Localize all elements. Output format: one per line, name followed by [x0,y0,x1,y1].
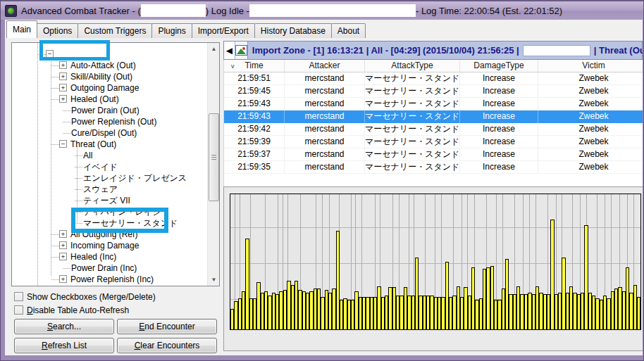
tree-item-all[interactable]: All [12,150,207,161]
tree-item-power-replenish-inc-[interactable]: +Power Replenish (Inc) [12,274,207,285]
show-checkboxes-option[interactable]: Show Checkboxes (Merge/Delete) [14,291,156,302]
table-row[interactable]: 21:59:45mercstandマーセナリー・スタンドIncreaseZweb… [224,85,643,98]
tree-item--vii[interactable]: ティーズ VII [12,195,207,206]
table-cell: mercstand [285,136,365,148]
table-cell: Zwebek [538,85,643,98]
tree-item-cure-dispel-out-[interactable]: Cure/Dispel (Out) [12,127,207,139]
tab-history-database[interactable]: History Database [254,23,332,38]
refresh-list-button[interactable]: Refresh List [14,338,114,353]
tab-plugins[interactable]: Plugins [151,23,192,38]
column-header-victim[interactable]: Victim [538,60,643,72]
table-row[interactable]: 21:59:39mercstandマーセナリー・スタンドIncreaseZweb… [224,136,643,148]
expand-icon[interactable]: + [59,95,67,103]
tree-item-power-replenish-out-[interactable]: Power Replenish (Out) [12,116,207,127]
encounter-title[interactable]: Import Zone - [1] 16:13:21 | All - [04:2… [252,45,643,56]
table-cell: Increase [460,136,538,148]
disable-auto-refresh-option[interactable]: Disable Table Auto-Refresh [14,305,129,315]
table-cell: mercstand [285,98,365,110]
table-cell: マーセナリー・スタンド [365,72,460,85]
tree-item-power-drain-inc-[interactable]: Power Drain (Inc) [12,262,207,274]
scroll-down-icon[interactable]: ▼ [208,274,220,286]
combat-log-table: TimevAttackerAttackTypeDamageTypeVictim … [223,60,643,186]
bar-chart-plot[interactable] [230,194,641,330]
tab-about[interactable]: About [331,23,366,38]
graph-view-button[interactable] [235,42,248,59]
tree-item-label: ティーズ VII [83,196,130,206]
table-cell: マーセナリー・スタンド [365,161,460,174]
column-header-attacktype[interactable]: AttackType [365,60,460,72]
tree-item-label: Healed (Out) [70,94,119,105]
table-cell: マーセナリー・スタンド [365,110,460,123]
table-row[interactable]: 21:59:51mercstandマーセナリー・スタンドIncreaseZweb… [224,72,643,85]
expand-icon[interactable]: + [59,275,67,283]
tree-item-threat-out-[interactable]: −Threat (Out) [12,139,207,150]
tree-item-label: Threat (Out) [70,139,116,150]
tree-item-outgoing-damage[interactable]: +Outgoing Damage [12,82,207,94]
back-button[interactable]: ◄ [224,42,235,59]
tree-item--[interactable]: イベイド [12,161,207,172]
tree-item-label: Auto-Attack (Out) [70,61,136,71]
expand-icon[interactable]: + [59,230,67,238]
tree-connector [51,88,59,89]
clear-encounters-button[interactable]: Clear Encounters [117,338,217,353]
titlebar[interactable]: Advanced Combat Tracker - () Log Idle - … [0,0,644,20]
table-cell: Zwebek [538,136,643,148]
tree-item-healed-inc-[interactable]: +Healed (Inc) [12,251,207,262]
table-row[interactable]: 21:59:35mercstandマーセナリー・スタンドIncreaseZweb… [224,161,643,174]
table-header-row[interactable]: TimevAttackerAttackTypeDamageTypeVictim [224,60,643,72]
checkbox-icon[interactable] [14,292,23,301]
tree-item-skill-ability-out-[interactable]: +Skill/Ability (Out) [12,71,207,82]
tree-item-label: Outgoing Damage [70,83,139,94]
scrollbar-thumb[interactable] [209,113,219,201]
tab-options[interactable]: Options [37,23,78,38]
tree-item-incoming-damage[interactable]: +Incoming Damage [12,240,207,251]
tree-connector [75,201,82,201]
table-row[interactable]: 21:59:37mercstandマーセナリー・スタンドIncreaseZweb… [224,148,643,161]
tab-custom-triggers[interactable]: Custom Triggers [78,23,152,38]
table-row[interactable]: 21:59:43mercstandマーセナリー・スタンドIncreaseZweb… [224,98,643,110]
search-button[interactable]: Search... [14,319,114,334]
tree-item-healed-out-[interactable]: +Healed (Out) [12,94,207,105]
collapse-icon[interactable]: − [59,140,67,148]
tree-connector [75,178,82,179]
tree-item--[interactable]: エンレイジド・プレゼンス [12,172,207,184]
table-cell: Zwebek [538,148,643,161]
tree-connector [51,279,59,280]
tree-connector [63,268,70,269]
checkbox-icon[interactable] [14,305,23,315]
expand-icon[interactable]: + [59,241,67,249]
table-row[interactable]: 21:59:42mercstandマーセナリー・スタンドIncreaseZweb… [224,123,643,136]
tree-item-label: Incoming Damage [70,241,139,251]
encounter-header-bar: ◄ Import Zone - [1] 16:13:21 | All - [04… [223,41,643,60]
expand-icon[interactable]: + [59,253,67,260]
tree-item-label: Power Replenish (Out) [71,117,156,127]
column-header-attacker[interactable]: Attacker [285,60,365,72]
table-row[interactable]: 21:59:43mercstandマーセナリー・スタンドIncreaseZweb… [224,110,643,123]
bar [637,297,640,329]
column-header-damagetype[interactable]: DamageType [460,60,538,72]
expand-icon[interactable]: + [59,61,67,69]
tree-item-power-drain-out-[interactable]: Power Drain (Out) [12,105,207,116]
column-header-time[interactable]: Timev [224,60,285,72]
table-cell: mercstand [285,123,365,136]
tree-item--[interactable]: スウェア [12,184,207,195]
table-cell: マーセナリー・スタンド [365,98,460,110]
expand-icon[interactable]: + [59,72,67,80]
table-cell: Increase [460,110,538,123]
annotation-highlight-mercenary-stand [71,208,168,233]
tree-connector [63,133,70,134]
tree-connector [51,144,59,145]
tree-item-auto-attack-out-[interactable]: +Auto-Attack (Out) [12,60,207,71]
end-encounter-button[interactable]: End Encounter [117,319,217,334]
expand-icon[interactable]: + [59,84,67,91]
table-cell: Zwebek [538,123,643,136]
tab-import-export[interactable]: Import/Export [192,23,255,38]
tab-main[interactable]: Main [6,20,37,38]
tree-scrollbar[interactable]: ▲ ▼ [207,43,219,286]
scroll-up-icon[interactable]: ▲ [208,43,220,55]
table-cell: mercstand [285,110,365,123]
table-cell: Increase [460,98,538,110]
table-cell: Increase [460,148,538,161]
tab-strip: MainOptionsCustom TriggersPluginsImport/… [5,20,643,38]
encounter-tree[interactable]: −+Auto-Attack (Out)+Skill/Ability (Out)+… [12,43,207,286]
